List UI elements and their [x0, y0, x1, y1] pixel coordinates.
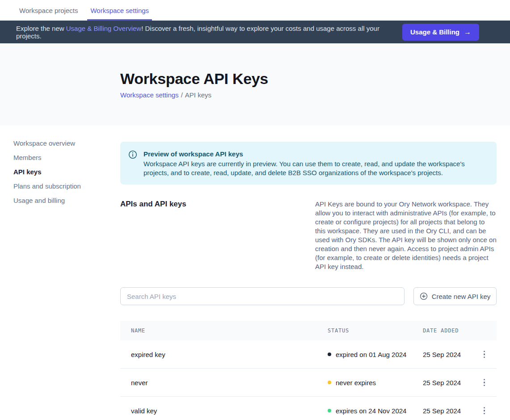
column-header-name: NAME	[120, 328, 328, 334]
status-dot	[328, 381, 331, 384]
preview-alert-body: Workspace API keys are currently in prev…	[143, 160, 486, 177]
kebab-menu-icon[interactable]	[482, 405, 487, 416]
page-header: Workspace API Keys Workspace settings/AP…	[0, 43, 510, 126]
breadcrumb-separator: /	[181, 91, 183, 99]
plus-circle-icon	[420, 292, 428, 300]
date-added: 25 Sep 2024	[423, 351, 473, 358]
announcement-message: Explore the new Usage & Billing Overview…	[16, 25, 402, 40]
api-keys-toolbar: Create new API key	[120, 287, 497, 305]
breadcrumb-workspace-settings-link[interactable]: Workspace settings	[120, 91, 179, 99]
create-api-key-button[interactable]: Create new API key	[413, 287, 497, 305]
api-key-name: never	[120, 379, 328, 386]
column-header-date-added: DATE ADDED	[423, 328, 473, 334]
preview-alert-content: Preview of workspace API keys Workspace …	[143, 150, 486, 177]
table-header-row: NAME STATUS DATE ADDED	[120, 321, 497, 340]
sidebar-item-members[interactable]: Members	[13, 153, 103, 162]
announcement-text-before: Explore the new	[16, 25, 66, 32]
date-added: 25 Sep 2024	[423, 379, 473, 386]
tab-workspace-projects[interactable]: Workspace projects	[16, 0, 81, 21]
kebab-menu-icon[interactable]	[482, 377, 487, 388]
sidebar-item-usage-and-billing[interactable]: Usage and billing	[13, 196, 103, 205]
column-header-status: STATUS	[328, 328, 423, 334]
table-row: valid key expires on 24 Nov 2024 25 Sep …	[120, 397, 497, 420]
page-title: Workspace API Keys	[120, 69, 497, 88]
create-api-key-button-label: Create new API key	[432, 293, 491, 300]
date-added: 25 Sep 2024	[423, 407, 473, 415]
breadcrumb: Workspace settings/API keys	[120, 91, 497, 99]
kebab-menu-icon[interactable]	[482, 349, 487, 360]
usage-billing-button[interactable]: Usage & Billing →	[402, 24, 479, 41]
preview-alert: Preview of workspace API keys Workspace …	[120, 142, 497, 185]
status-dot	[328, 353, 331, 356]
status-dot	[328, 409, 331, 412]
content-area: Workspace overview Members API keys Plan…	[0, 126, 510, 420]
table-row: never never expires 25 Sep 2024	[120, 369, 497, 397]
arrow-right-icon: →	[464, 28, 471, 36]
status-text: expired on 01 Aug 2024	[336, 351, 406, 358]
main-column: Preview of workspace API keys Workspace …	[120, 126, 497, 420]
api-keys-section-intro: APIs and API keys API Keys are bound to …	[120, 200, 497, 271]
breadcrumb-current: API keys	[185, 91, 211, 99]
preview-alert-title: Preview of workspace API keys	[143, 150, 486, 159]
api-key-name: valid key	[120, 407, 328, 415]
info-icon	[128, 150, 137, 177]
sidebar-item-api-keys[interactable]: API keys	[13, 168, 103, 176]
section-heading: APIs and API keys	[120, 200, 315, 209]
search-input[interactable]	[120, 287, 405, 305]
usage-billing-button-label: Usage & Billing	[410, 28, 459, 36]
section-description: API Keys are bound to your Ory Network w…	[315, 200, 497, 271]
status-text: never expires	[336, 379, 376, 386]
api-keys-table: NAME STATUS DATE ADDED expired key expir…	[120, 321, 497, 420]
usage-billing-overview-link[interactable]: Usage & Billing Overview	[66, 25, 141, 32]
tab-workspace-settings[interactable]: Workspace settings	[87, 0, 152, 21]
settings-sidebar: Workspace overview Members API keys Plan…	[13, 126, 120, 420]
announcement-banner: Explore the new Usage & Billing Overview…	[0, 21, 510, 43]
api-key-name: expired key	[120, 351, 328, 358]
sidebar-item-workspace-overview[interactable]: Workspace overview	[13, 139, 103, 148]
table-row: expired key expired on 01 Aug 2024 25 Se…	[120, 340, 497, 369]
sidebar-item-plans-and-subscription[interactable]: Plans and subscription	[13, 182, 103, 191]
top-tab-bar: Workspace projects Workspace settings	[0, 0, 510, 21]
status-text: expires on 24 Nov 2024	[336, 407, 406, 415]
